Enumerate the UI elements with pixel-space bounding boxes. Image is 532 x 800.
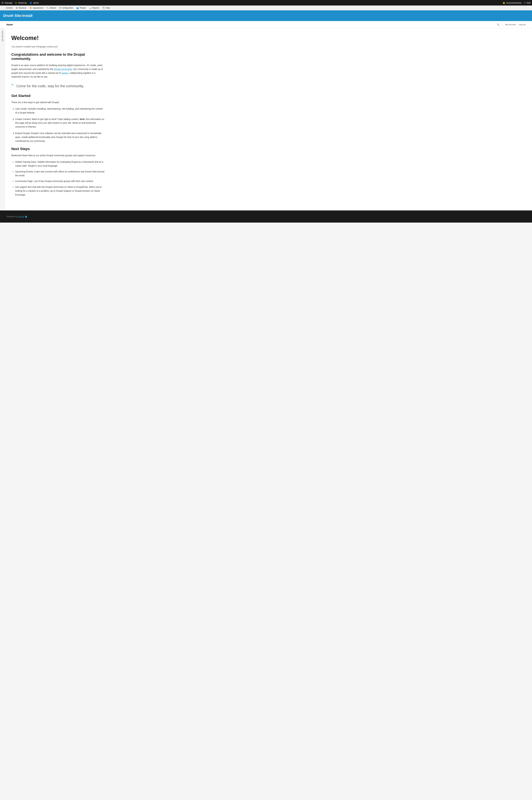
nav-content-label: Content [6, 7, 13, 9]
drupalchat-link[interactable]: DrupalChat [76, 186, 88, 188]
get-started-intro: There are a few ways to get started with… [11, 101, 105, 104]
rss-icon: 📡 [1, 39, 4, 42]
nav-home-link[interactable]: Home [6, 23, 13, 26]
drupal-community-link[interactable]: Drupal community [54, 68, 72, 70]
nav-structure[interactable]: Structure [15, 5, 27, 10]
list-item: Community Page: List of key Drupal commu… [15, 179, 105, 183]
manage-button[interactable]: Manage [2, 2, 13, 4]
create-content-desc: Want to get right to work? Start adding … [31, 118, 80, 121]
nav-reports[interactable]: Reports [88, 5, 100, 10]
support-text-1: Get support and chat with the Drupal com… [15, 186, 68, 188]
site-nav: Home | My account Log out [0, 21, 532, 28]
config-icon [59, 7, 61, 9]
next-steps-heading: Next Steps [11, 147, 105, 151]
extend-drupal-link[interactable]: Extend Drupal: [15, 132, 30, 134]
get-started-heading: Get Started [11, 94, 105, 98]
create-content-link[interactable]: Create Content: [15, 118, 31, 121]
shortcuts-label: Shortcuts [18, 2, 27, 4]
nav-reports-label: Reports [92, 7, 99, 9]
rss-feed-label: RSS feed [1, 31, 3, 38]
pencil-icon [524, 2, 526, 4]
site-header: Drush Site-Install [0, 11, 532, 21]
main-content: Welcome! You haven't created any frontpa… [5, 28, 115, 211]
toolbar-right: Announcements Edit [503, 2, 530, 4]
admin-toolbar: Manage Shortcuts admin Announcements Edi… [0, 0, 532, 5]
site-title: Drush Site-Install [3, 14, 33, 18]
content-icon [3, 7, 5, 9]
search-button[interactable] [497, 23, 499, 26]
shortcuts-button[interactable]: Shortcuts [15, 2, 27, 4]
nav-appearance-label: Appearance [33, 7, 43, 9]
announcements-label: Announcements [506, 2, 521, 4]
quote-mark: " [11, 83, 14, 89]
people-icon [76, 7, 79, 9]
values-link[interactable]: values [62, 72, 68, 74]
list-item: Get support and chat with the Drupal com… [15, 185, 105, 197]
user-icon [30, 2, 33, 4]
support-text-4: or [71, 189, 75, 192]
structure-icon [16, 7, 18, 9]
note-label: Note: [80, 118, 86, 121]
welcome-heading: Welcome! [11, 35, 105, 41]
extend-icon [46, 7, 49, 9]
powered-by-text: Powered by [6, 215, 18, 218]
star-icon [15, 2, 17, 4]
nav-help[interactable]: Help [101, 5, 111, 10]
edit-button[interactable]: Edit [524, 2, 530, 4]
appearance-icon [30, 7, 32, 9]
user-guide-desc: Includes installing, administering, site… [15, 108, 103, 114]
slack-link[interactable]: Slack [68, 186, 73, 188]
user-guide-link[interactable]: User Guide: [15, 108, 27, 110]
bell-icon [503, 2, 506, 4]
search-icon [497, 23, 499, 26]
hamburger-icon [2, 2, 4, 4]
reports-icon [89, 7, 92, 9]
manage-label: Manage [5, 2, 13, 4]
admin-label: admin [33, 2, 39, 4]
nav-people-label: People [80, 7, 86, 9]
quote-block: " Come for the code, stay for the commun… [11, 84, 105, 89]
next-steps-list: Global Training Days: Helpful informatio… [11, 160, 105, 197]
drupal-footer-link[interactable]: Drupal [18, 215, 24, 218]
admin-nav: Content Structure Appearance Extend Conf… [0, 5, 532, 11]
sidebar: 📡 RSS feed [0, 28, 5, 211]
quote-text: Come for the code, stay for the communit… [16, 84, 84, 89]
log-out-link[interactable]: Log out [518, 23, 526, 26]
nav-extend[interactable]: Extend [45, 5, 57, 10]
nav-configuration[interactable]: Configuration [58, 5, 75, 10]
nav-content[interactable]: Content [1, 5, 14, 10]
admin-user-button[interactable]: admin [30, 2, 39, 4]
list-item: Extend Drupal: Drupal's core software ca… [15, 131, 105, 143]
frontpage-note: You haven't created any frontpage conten… [11, 45, 105, 48]
site-nav-links: Home [6, 23, 13, 26]
help-icon [102, 7, 106, 9]
drupal-support-link[interactable]: Drupal Support [56, 189, 71, 192]
list-item: User Guide: Includes installing, adminis… [15, 107, 105, 115]
intro-paragraph: Drupal is an open source platform for bu… [11, 63, 105, 79]
nav-people[interactable]: People [75, 5, 87, 10]
community-page-link[interactable]: Community Page: [15, 180, 33, 182]
nav-configuration-label: Configuration [62, 7, 73, 9]
support-text-2: or [73, 186, 76, 188]
nav-structure-label: Structure [18, 7, 26, 9]
upcoming-events-link[interactable]: Upcoming Events: [15, 170, 34, 173]
edit-label: Edit [527, 2, 530, 4]
nav-appearance[interactable]: Appearance [28, 5, 45, 10]
global-training-link[interactable]: Global Training Days: [15, 161, 37, 163]
support-text-5: . [25, 194, 26, 196]
rss-feed-link[interactable]: 📡 RSS feed [1, 31, 4, 42]
get-started-list: User Guide: Includes installing, adminis… [11, 107, 105, 143]
list-item: Create Content: Want to get right to wor… [15, 117, 105, 129]
drupal-logo-icon [25, 215, 27, 218]
list-item: Global Training Days: Helpful informatio… [15, 160, 105, 168]
my-account-link[interactable]: My account [505, 23, 516, 26]
next-steps-intro: Bookmark these links to our active Drupa… [11, 153, 105, 158]
footer-text: Powered by Drupal [6, 215, 526, 218]
site-nav-right: | My account Log out [497, 23, 526, 26]
site-footer: Powered by Drupal [0, 211, 532, 223]
page-wrapper: 📡 RSS feed Welcome! You haven't created … [0, 28, 532, 211]
community-page-desc: List of key Drupal community groups with… [33, 180, 94, 182]
announcements-button[interactable]: Announcements [503, 2, 521, 4]
nav-help-label: Help [106, 7, 110, 9]
nav-extend-label: Extend [50, 7, 56, 9]
